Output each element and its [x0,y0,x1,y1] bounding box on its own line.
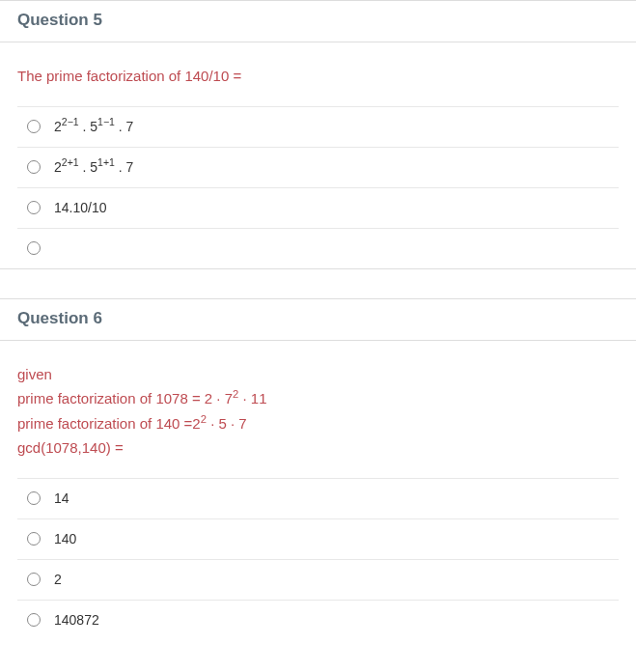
question-title: Question 6 [17,309,102,327]
options-list: 22−1 . 51−1 . 7 22+1 . 51+1 . 7 14.10/10 [17,106,619,268]
option-row[interactable] [17,228,619,268]
option-label: 14.10/10 [54,200,107,215]
radio-icon[interactable] [27,532,41,546]
option-label: 22−1 . 51−1 . 7 [54,119,133,134]
question-prompt: given prime factorization of 1078 = 2 · … [17,362,619,461]
question-block: Question 5 The prime factorization of 14… [0,0,636,269]
option-label: 22+1 . 51+1 . 7 [54,159,133,175]
question-prompt: The prime factorization of 140/10 = [17,64,619,89]
radio-icon[interactable] [27,120,41,133]
question-body: The prime factorization of 140/10 = 22−1… [0,42,636,268]
option-label: 14 [54,490,69,506]
radio-icon[interactable] [27,241,41,255]
option-row[interactable]: 140 [17,518,619,559]
options-list: 14 140 2 140872 [17,478,619,640]
prompt-line: The prime factorization of 140/10 = [17,64,619,89]
option-row[interactable]: 2 [17,559,619,600]
radio-icon[interactable] [27,573,41,586]
option-label: 2 [54,572,62,587]
option-row[interactable]: 22+1 . 51+1 . 7 [17,147,619,187]
question-header: Question 6 [0,299,636,341]
prompt-line: prime factorization of 1078 = 2 · 72 · 1… [17,386,619,411]
prompt-line: prime factorization of 140 =22 · 5 · 7 [17,411,619,436]
question-body: given prime factorization of 1078 = 2 · … [0,341,636,640]
option-label: 140 [54,531,76,546]
radio-icon[interactable] [27,491,41,505]
radio-icon[interactable] [27,160,41,174]
prompt-line: gcd(1078,140) = [17,435,619,461]
radio-icon[interactable] [27,613,41,627]
option-row[interactable]: 140872 [17,600,619,640]
option-label: 140872 [54,612,99,628]
question-block: Question 6 given prime factorization of … [0,298,636,640]
prompt-line: given [17,362,619,387]
question-header: Question 5 [0,1,636,42]
question-title: Question 5 [17,11,102,29]
option-row[interactable]: 14 [17,478,619,518]
radio-icon[interactable] [27,201,41,214]
option-row[interactable]: 14.10/10 [17,187,619,228]
option-row[interactable]: 22−1 . 51−1 . 7 [17,106,619,147]
